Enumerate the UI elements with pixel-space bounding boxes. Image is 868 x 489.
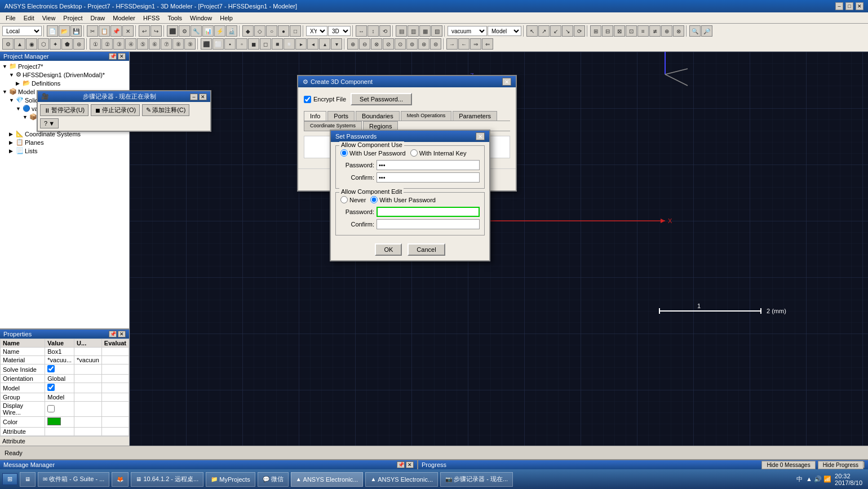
minimize-btn[interactable]: – <box>835 2 843 10</box>
tb2-e4[interactable]: ⇐ <box>482 38 493 50</box>
tab-ports[interactable]: Ports <box>327 111 355 121</box>
msg-close-btn[interactable]: ✕ <box>406 461 414 468</box>
tb-cut[interactable]: ✂ <box>87 25 98 37</box>
encrypt-check-label[interactable]: Encrypt File <box>304 96 346 103</box>
tb-e2[interactable]: ▥ <box>408 25 419 37</box>
rec-min-btn[interactable]: – <box>190 94 198 100</box>
tb-d1[interactable]: ↔ <box>356 25 367 37</box>
menu-project[interactable]: Project <box>60 14 86 22</box>
tb-e4[interactable]: ▧ <box>431 25 442 37</box>
tb2-c11[interactable]: ▴ <box>319 38 330 50</box>
close-btn[interactable]: ✕ <box>856 2 863 10</box>
tree-planes[interactable]: ▶ 📋 Planes <box>8 138 128 146</box>
tb2-b5[interactable]: ⑤ <box>137 38 148 50</box>
prop-pin-btn[interactable]: 📌 <box>109 331 117 337</box>
tb2-a2[interactable]: ▲ <box>14 38 25 50</box>
tb-e3[interactable]: ▦ <box>419 25 431 37</box>
radio-with-user[interactable] <box>370 196 378 203</box>
tb2-d4[interactable]: ⊘ <box>383 38 394 50</box>
tb2-c2[interactable]: ⬜ <box>212 38 224 50</box>
tb2-c5[interactable]: ◼ <box>248 38 259 50</box>
tb-b4[interactable]: 📊 <box>202 25 214 37</box>
tb2-b1[interactable]: ① <box>90 38 101 50</box>
tb2-d2[interactable]: ⊖ <box>359 38 370 50</box>
tb-undo[interactable]: ↩ <box>139 25 150 37</box>
menu-file[interactable]: File <box>2 14 19 22</box>
menu-draw[interactable]: Draw <box>87 14 109 22</box>
tb-f4[interactable]: ↘ <box>562 25 573 37</box>
tb2-e1[interactable]: → <box>446 38 458 50</box>
tb2-d5[interactable]: ⊙ <box>395 38 406 50</box>
radio-with-user-label[interactable]: With User Password <box>370 196 436 203</box>
tb2-d8[interactable]: ⊜ <box>430 38 441 50</box>
taskbar-item-firefox[interactable]: 🦊 <box>112 472 129 487</box>
create-3d-close-btn[interactable]: ✕ <box>502 78 511 86</box>
tb-delete[interactable]: ✕ <box>122 25 134 37</box>
display-wire-check[interactable] <box>47 405 55 412</box>
expand-vacuum[interactable]: ▼ <box>16 106 21 112</box>
tb-b3[interactable]: 🔧 <box>191 25 202 37</box>
expand-solids[interactable]: ▼ <box>9 97 15 103</box>
tb2-b7[interactable]: ⑦ <box>161 38 172 50</box>
expand-cs[interactable]: ▶ <box>9 131 15 137</box>
tb2-b9[interactable]: ⑨ <box>184 38 196 50</box>
tb2-c1[interactable]: ⬛ <box>201 38 212 50</box>
rec-pause-btn[interactable]: ⏸ 暂停记录(U) <box>40 104 88 116</box>
tb2-b8[interactable]: ⑧ <box>172 38 184 50</box>
menu-modeler[interactable]: Modeler <box>109 14 139 22</box>
tb-f2[interactable]: ↗ <box>538 25 550 37</box>
tb-g4[interactable]: ⊡ <box>626 25 637 37</box>
xy-select[interactable]: XY <box>306 26 327 36</box>
tb-b6[interactable]: 🔬 <box>226 25 237 37</box>
tb2-b2[interactable]: ② <box>101 38 113 50</box>
model-select[interactable]: Model <box>488 26 521 36</box>
tb-d3[interactable]: ⟲ <box>379 25 391 37</box>
tb-c1[interactable]: ◆ <box>242 25 254 37</box>
tb-open[interactable]: 📂 <box>59 25 70 37</box>
taskbar-item-remote[interactable]: 🖥 10.64.1.2 - 远程桌... <box>131 472 203 487</box>
tb2-d1[interactable]: ⊕ <box>347 38 358 50</box>
rec-help-btn[interactable]: ? ▼ <box>40 118 59 128</box>
tb2-c8[interactable]: ◽ <box>284 38 295 50</box>
radio-never[interactable] <box>340 196 348 203</box>
rec-stop-btn[interactable]: ⏹ 停止记录(O) <box>91 104 140 116</box>
rec-close-btn[interactable]: ✕ <box>199 94 207 100</box>
tb2-c3[interactable]: ▪ <box>224 38 236 50</box>
taskbar-item-wechat[interactable]: 💬 微信 <box>258 472 289 487</box>
tb2-d3[interactable]: ⊗ <box>371 38 382 50</box>
expand-box1[interactable]: ▼ <box>23 114 28 120</box>
radio-internal-key-label[interactable]: With Internal Key <box>410 149 467 157</box>
tb-f1[interactable]: ↖ <box>526 25 538 37</box>
tb-new[interactable]: 📄 <box>47 25 58 37</box>
tb-g1[interactable]: ⊞ <box>590 25 601 37</box>
tb-copy[interactable]: 📋 <box>99 25 110 37</box>
tb2-b4[interactable]: ④ <box>125 38 136 50</box>
menu-help[interactable]: Help <box>216 14 236 22</box>
tb2-d7[interactable]: ⊛ <box>418 38 429 50</box>
tb2-a4[interactable]: ⬡ <box>38 38 49 50</box>
tree-definitions[interactable]: ▶📂Definitions <box>15 79 128 87</box>
set-passwords-ok-btn[interactable]: OK <box>375 243 402 256</box>
msg-pin-btn[interactable]: 📌 <box>397 461 405 468</box>
tb-g8[interactable]: ⊗ <box>673 25 684 37</box>
expand-model[interactable]: ▼ <box>2 89 8 95</box>
maximize-btn[interactable]: □ <box>845 2 853 10</box>
radio-never-label[interactable]: Never <box>340 196 366 203</box>
tb-b2[interactable]: ⚙ <box>179 25 190 37</box>
tb2-a6[interactable]: ⬟ <box>61 38 73 50</box>
edit-password-input[interactable] <box>377 207 480 217</box>
tab-info[interactable]: Info <box>304 111 326 121</box>
tb-b1[interactable]: ⬛ <box>167 25 178 37</box>
tb2-e2[interactable]: ← <box>458 38 470 50</box>
menu-edit[interactable]: Edit <box>20 14 38 22</box>
edit-confirm-input[interactable] <box>377 219 480 229</box>
tab-mesh[interactable]: Mesh Operations <box>401 111 452 121</box>
tb2-e3[interactable]: ⇒ <box>470 38 481 50</box>
menu-hfss[interactable]: HFSS <box>140 14 163 22</box>
tb-h2[interactable]: 🔎 <box>701 25 712 37</box>
set-password-btn[interactable]: Set Password... <box>351 93 412 105</box>
radio-internal-key[interactable] <box>410 149 418 157</box>
tb2-b3[interactable]: ③ <box>113 38 125 50</box>
tb-g2[interactable]: ⊟ <box>602 25 613 37</box>
tb-f5[interactable]: ⟳ <box>574 25 585 37</box>
